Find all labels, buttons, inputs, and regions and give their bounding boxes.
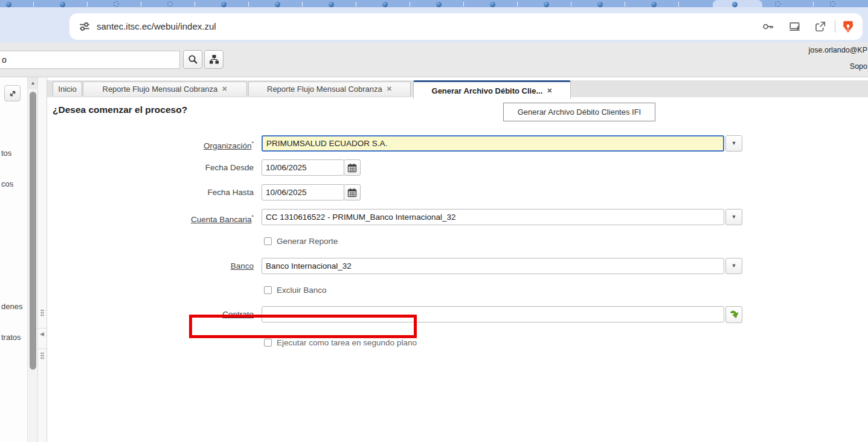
app-header: jose.orlando@KP Sopo xyxy=(0,42,868,77)
tab-separator xyxy=(141,2,141,7)
browser-tab-favicon xyxy=(275,2,280,7)
tab-separator xyxy=(248,2,249,7)
tune-icon[interactable] xyxy=(79,21,91,33)
ejecutar-tarea-checkbox[interactable] xyxy=(264,339,272,347)
label-banco[interactable]: Banco xyxy=(169,258,254,274)
excluir-banco-checkbox[interactable] xyxy=(264,286,272,294)
label-organizacion[interactable]: Organización* xyxy=(169,135,254,154)
contrato-record-button[interactable] xyxy=(725,306,742,323)
sidebar-item[interactable]: denes xyxy=(1,302,22,311)
browser-address-bar: santec.itsc.ec/webui/index.zul xyxy=(0,7,868,42)
tab-separator xyxy=(33,2,34,7)
close-icon[interactable]: ✕ xyxy=(547,87,552,95)
fecha-hasta-calendar-button[interactable] xyxy=(344,184,361,200)
toolbar-divider xyxy=(835,21,835,33)
fecha-hasta-field[interactable] xyxy=(262,184,344,200)
browser-tab-favicon xyxy=(382,2,388,7)
install-icon[interactable] xyxy=(789,21,801,33)
url-omnibox[interactable]: santec.itsc.ec/webui/index.zul xyxy=(69,13,863,40)
browser-tab-favicon xyxy=(221,2,227,7)
cuenta-bancaria-field[interactable] xyxy=(262,209,724,225)
tab-separator xyxy=(625,2,625,7)
tab-label: Generar Archivo Débito Clie... xyxy=(432,86,543,95)
tab-separator xyxy=(87,2,88,7)
tab-separator xyxy=(410,2,410,7)
splitter-divider xyxy=(38,348,47,349)
tab-separator xyxy=(194,2,195,7)
generar-reporte-checkbox[interactable] xyxy=(264,237,272,245)
sidebar-item[interactable]: tratos xyxy=(1,333,21,342)
scrollbar-thumb[interactable] xyxy=(30,92,36,370)
panel-splitter[interactable]: ◀ xyxy=(37,77,47,442)
browser-tab-favicon xyxy=(436,2,442,7)
fecha-desde-field[interactable] xyxy=(262,159,344,176)
splitter-grip[interactable] xyxy=(40,309,44,317)
collapse-panel-arrow[interactable]: ◀ xyxy=(40,331,44,337)
calendar-icon xyxy=(347,163,357,173)
label-fecha-hasta: Fecha Hasta xyxy=(169,184,254,200)
tab-label: Reporte Flujo Mensual Cobranza xyxy=(103,85,218,94)
fecha-desde-calendar-button[interactable] xyxy=(344,159,361,176)
browser-tab-favicon xyxy=(60,2,65,7)
organizacion-dropdown-button[interactable]: ▼ xyxy=(725,135,742,152)
search-button[interactable] xyxy=(183,50,202,69)
chevron-down-icon: ▼ xyxy=(731,140,737,146)
tab-separator xyxy=(571,2,571,7)
required-marker: * xyxy=(251,140,254,146)
green-record-arrow-icon xyxy=(728,309,739,320)
sidebar-item[interactable]: cos xyxy=(1,179,13,188)
tab-generar-archivo-debito[interactable]: Generar Archivo Débito Clie... ✕ xyxy=(413,80,571,99)
key-icon[interactable] xyxy=(762,21,774,33)
close-icon[interactable]: ✕ xyxy=(387,85,392,93)
browser-tab-favicon-loading xyxy=(114,1,119,7)
browser-tab-strip[interactable] xyxy=(0,0,868,7)
sidebar-item[interactable]: tos xyxy=(1,149,11,158)
search-icon xyxy=(188,54,198,65)
close-icon[interactable]: ✕ xyxy=(222,85,227,93)
browser-tab-favicon xyxy=(651,2,657,7)
browser-active-tab[interactable] xyxy=(713,0,762,7)
chevron-down-icon: ▼ xyxy=(731,263,737,269)
browser-tab-favicon-loading xyxy=(775,1,780,7)
excluir-banco-label[interactable]: Excluir Banco xyxy=(277,286,327,295)
browser-tab-favicon xyxy=(732,2,738,7)
scroll-up-button[interactable]: ▲ xyxy=(28,77,38,89)
browser-tab-favicon xyxy=(544,2,549,7)
annotation-red-rectangle xyxy=(189,315,417,338)
sidebar: tos cos denes tratos xyxy=(0,77,27,442)
browser-tab-favicon-loading xyxy=(830,1,835,7)
menu-tree-button[interactable] xyxy=(204,50,223,69)
label-cuenta-bancaria[interactable]: Cuenta Bancaria* xyxy=(169,209,254,228)
tab-label: Reporte Flujo Mensual Cobranza xyxy=(267,85,382,94)
browser-tab-favicon xyxy=(597,2,603,7)
expand-panel-button[interactable] xyxy=(4,85,21,101)
tab-separator xyxy=(517,2,518,7)
tab-reporte-flujo-2[interactable]: Reporte Flujo Mensual Cobranza ✕ xyxy=(248,82,411,96)
url-text[interactable]: santec.itsc.ec/webui/index.zul xyxy=(97,13,216,40)
banco-dropdown-button[interactable]: ▼ xyxy=(725,258,742,274)
generar-reporte-label[interactable]: Generar Reporte xyxy=(277,237,338,246)
splitter-grip[interactable] xyxy=(40,352,44,360)
ejecutar-tarea-label[interactable]: Ejecutar como tarea en segundo plano xyxy=(277,338,417,347)
tab-separator xyxy=(463,2,464,7)
share-icon[interactable] xyxy=(814,21,826,33)
cuenta-bancaria-dropdown-button[interactable]: ▼ xyxy=(725,209,742,225)
main-content: Inicio Reporte Flujo Mensual Cobranza ✕ … xyxy=(47,77,868,442)
calendar-icon xyxy=(347,188,357,197)
brave-icon[interactable] xyxy=(841,20,855,33)
organizacion-field[interactable] xyxy=(262,135,724,152)
label-fecha-desde: Fecha Desde xyxy=(169,159,254,176)
tab-separator xyxy=(302,2,303,7)
expand-icon xyxy=(8,89,18,98)
sidebar-scrollbar[interactable]: ▲ xyxy=(27,77,37,442)
browser-tab-favicon xyxy=(6,2,11,7)
tab-separator xyxy=(678,2,679,7)
menu-search-input[interactable] xyxy=(0,51,180,69)
user-role: Sopo xyxy=(850,62,867,71)
chevron-down-icon: ▼ xyxy=(731,214,737,220)
tab-reporte-flujo-1[interactable]: Reporte Flujo Mensual Cobranza ✕ xyxy=(83,82,247,96)
workspace-tabbar: Inicio Reporte Flujo Mensual Cobranza ✕ … xyxy=(47,80,868,97)
tab-inicio[interactable]: Inicio xyxy=(53,82,82,96)
required-marker: * xyxy=(251,214,254,220)
banco-field[interactable] xyxy=(262,258,724,274)
